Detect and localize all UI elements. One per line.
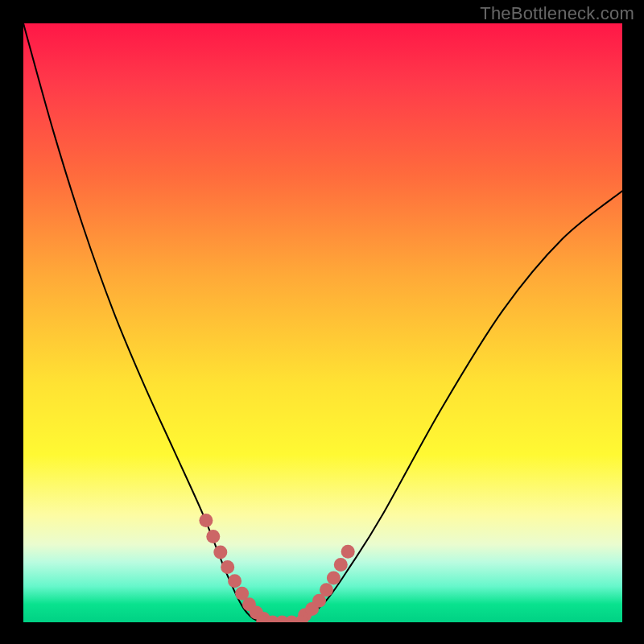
highlight-marker	[341, 545, 355, 559]
highlight-marker	[221, 560, 234, 574]
highlight-marker	[213, 546, 227, 559]
curve-svg	[23, 23, 622, 622]
highlight-marker	[228, 574, 242, 588]
chart-stage: TheBottleneck.com	[0, 0, 644, 644]
bottleneck-curve-path	[23, 23, 622, 622]
watermark-label: TheBottleneck.com	[480, 3, 634, 24]
marker-group-right	[298, 545, 355, 622]
highlight-marker	[199, 514, 213, 527]
highlight-marker	[334, 558, 348, 572]
plot-area	[23, 23, 622, 622]
marker-group-bottom	[256, 616, 308, 623]
highlight-marker	[327, 571, 341, 584]
highlight-marker	[320, 583, 333, 597]
highlight-marker	[206, 530, 220, 543]
